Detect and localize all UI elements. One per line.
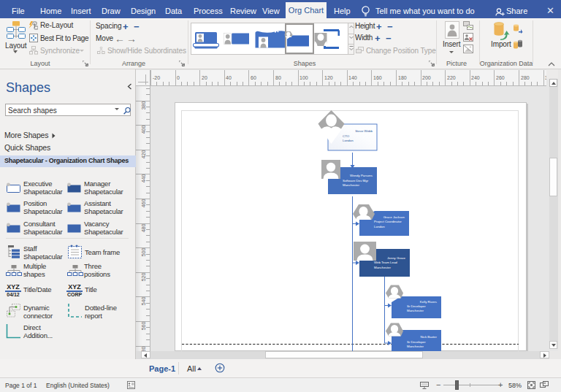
svg-text:Manchester: Manchester <box>343 183 359 187</box>
svg-text:Wendy Parsons: Wendy Parsons <box>350 174 373 177</box>
svg-text:Grace Jackson: Grace Jackson <box>383 215 405 219</box>
svg-text:Steve Webb: Steve Webb <box>355 129 373 133</box>
svg-text:Manchester: Manchester <box>407 345 424 348</box>
svg-text:London: London <box>374 225 385 228</box>
svg-text:Manchester: Manchester <box>374 266 391 269</box>
svg-text:London: London <box>343 139 354 142</box>
svg-text:Project Coordinator: Project Coordinator <box>374 220 402 223</box>
svg-text:Software Dev Mgr: Software Dev Mgr <box>343 179 369 182</box>
svg-text:Nick Baxter: Nick Baxter <box>421 335 438 339</box>
svg-text:CTO: CTO <box>343 134 350 138</box>
svg-text:Sr Developer: Sr Developer <box>407 340 426 344</box>
svg-text:Web Team Lead: Web Team Lead <box>374 261 397 264</box>
svg-text:Kelly Rivers: Kelly Rivers <box>420 300 438 304</box>
svg-text:Jenny Grove: Jenny Grove <box>387 256 405 260</box>
svg-text:Manchester: Manchester <box>407 309 424 312</box>
svg-text:Sr Developer: Sr Developer <box>407 304 426 308</box>
